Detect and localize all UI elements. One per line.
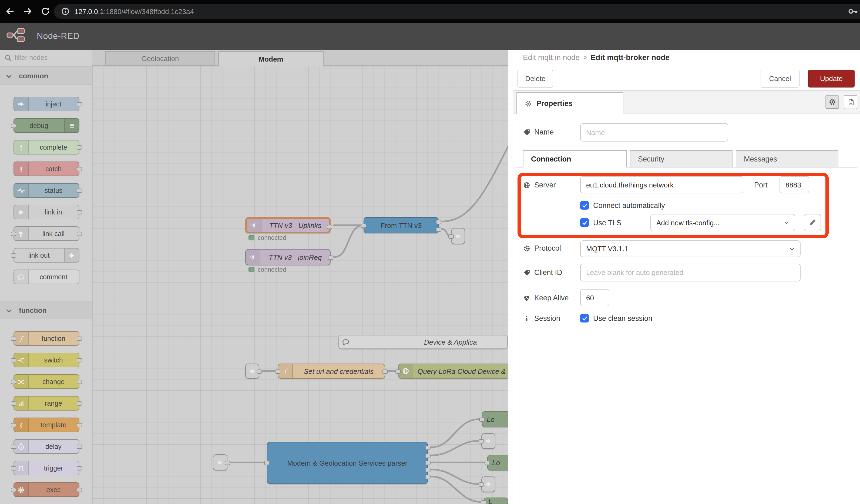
flow-node-set-url-and-credentials[interactable]: ƒSet url and credentials xyxy=(278,363,385,379)
tab-messages[interactable]: Messages xyxy=(736,150,838,168)
edit-tls-config-button[interactable] xyxy=(804,214,821,231)
input-port xyxy=(11,358,16,362)
flow-node-ttn-v3-uplinks[interactable]: TTN v3 - Uplinks xyxy=(245,217,331,233)
output-port xyxy=(76,380,82,384)
palette-node-trigger[interactable]: trigger xyxy=(13,461,79,475)
output-port xyxy=(225,461,230,465)
palette-node-switch[interactable]: switch xyxy=(13,353,79,367)
palette-node-status[interactable]: status xyxy=(13,183,79,198)
flow-node-link[interactable] xyxy=(481,476,496,492)
url-bar[interactable]: 127.0.0.1:1880/#flow/348ffbdd.1c23a4 xyxy=(54,4,860,19)
output-port xyxy=(425,446,431,450)
output-port xyxy=(76,336,82,341)
tls-config-select[interactable]: Add new tls-config... xyxy=(650,214,795,231)
back-icon[interactable] xyxy=(3,5,16,18)
nodered-header: Node-RED xyxy=(0,23,860,50)
palette-node-range[interactable]: range xyxy=(13,396,79,411)
flow-tabbar: Geolocation Modem xyxy=(92,50,508,66)
output-port xyxy=(76,466,82,471)
link-icon xyxy=(249,368,256,375)
link-icon xyxy=(14,205,28,219)
flow-node-lo[interactable]: Lo xyxy=(487,455,508,471)
input-port xyxy=(11,336,16,341)
node-status: connected xyxy=(248,266,286,273)
flow-node-link[interactable] xyxy=(451,228,465,244)
flow-node-link[interactable] xyxy=(213,454,227,471)
divider xyxy=(513,65,860,66)
status-dot-icon xyxy=(248,235,255,240)
server-input[interactable] xyxy=(580,176,743,193)
forward-icon[interactable] xyxy=(22,5,34,18)
session-label: i Session xyxy=(523,314,560,322)
palette-node-comment[interactable]: comment xyxy=(13,270,79,284)
input-port xyxy=(481,500,486,504)
flow-node-ttn-v3-joinreq[interactable]: TTN v3 - joinReq xyxy=(245,249,331,265)
comment-icon xyxy=(14,270,28,284)
tab-security[interactable]: Security xyxy=(630,150,732,168)
flow-node-comment[interactable]: Device & Applica xyxy=(338,335,508,349)
tag-icon xyxy=(523,128,530,136)
cancel-button[interactable]: Cancel xyxy=(761,70,800,87)
flow-node-modem-geolocation-services-parser[interactable]: Modem & Geolocation Services parser xyxy=(267,442,428,484)
tab-connection[interactable]: Connection xyxy=(523,150,627,168)
palette-section-common[interactable]: common xyxy=(0,67,92,85)
palette-node-link-in[interactable]: link in xyxy=(13,205,79,219)
flow-canvas[interactable]: TTN v3 - UplinksFrom TTN v3TTN v3 - join… xyxy=(92,66,508,504)
flow-node-query-lora-cloud-device[interactable]: Query LoRa Cloud Device & xyxy=(398,363,508,379)
panel-resize-gutter[interactable] xyxy=(508,50,513,504)
palette-node-link-out[interactable]: link out xyxy=(13,248,79,262)
keep-alive-input[interactable] xyxy=(580,289,610,306)
key-extension-icon[interactable] xyxy=(848,6,858,16)
connect-automatically-checkbox[interactable] xyxy=(580,201,589,210)
svg-text:i: i xyxy=(525,315,528,322)
reload-icon[interactable] xyxy=(39,5,52,18)
node-docs-button[interactable] xyxy=(844,95,857,109)
palette-node-function[interactable]: ƒfunction xyxy=(13,331,79,346)
input-port xyxy=(396,370,401,374)
client-id-input[interactable] xyxy=(580,264,801,282)
cog-icon xyxy=(14,483,28,496)
search-icon xyxy=(4,54,12,61)
breadcrumb-parent[interactable]: Edit mqtt in node xyxy=(523,53,579,61)
flow-node-from-ttn-v3[interactable]: From TTN v3 xyxy=(363,217,439,233)
palette-node-change[interactable]: change xyxy=(13,374,79,389)
gear-icon xyxy=(525,100,532,107)
flow-node-link[interactable] xyxy=(245,363,259,379)
site-info-icon[interactable] xyxy=(61,7,70,16)
palette-node-inject[interactable]: inject xyxy=(13,97,79,111)
port-input[interactable] xyxy=(779,176,809,193)
nodered-logo-icon xyxy=(6,28,31,45)
info-icon: i xyxy=(523,315,530,322)
link-icon xyxy=(485,481,492,488)
palette-node-delay[interactable]: delay xyxy=(13,439,79,454)
palette-node-link-call[interactable]: link call xyxy=(13,226,79,241)
update-button[interactable]: Update xyxy=(808,70,855,87)
flow-tab-geolocation[interactable]: Geolocation xyxy=(105,51,215,66)
node-settings-button[interactable] xyxy=(826,95,839,109)
flow-node-lo[interactable]: Lo xyxy=(482,411,508,427)
use-tls-checkbox[interactable] xyxy=(580,218,589,227)
input-port xyxy=(11,423,16,427)
palette-node-debug[interactable]: debug xyxy=(13,118,79,133)
palette-node-exec[interactable]: exec xyxy=(13,483,79,497)
palette-node-template[interactable]: {template xyxy=(13,418,79,432)
chevron-down-icon xyxy=(783,219,790,226)
input-port xyxy=(478,483,484,487)
flow-tab-modem[interactable]: Modem xyxy=(218,51,324,67)
clean-session-checkbox[interactable] xyxy=(580,314,589,322)
flow-node-l[interactable]: L xyxy=(484,498,508,504)
input-port xyxy=(478,439,484,444)
flow-node-link[interactable] xyxy=(481,433,496,449)
globe-icon xyxy=(399,364,413,378)
tab-properties[interactable]: Properties xyxy=(516,92,624,114)
name-input[interactable] xyxy=(580,123,728,142)
delete-button[interactable]: Delete xyxy=(517,70,553,87)
shuffle-icon xyxy=(14,375,28,388)
link-icon xyxy=(217,459,224,466)
protocol-select[interactable]: MQTT V3.1.1 xyxy=(580,240,801,257)
palette-node-complete[interactable]: complete xyxy=(13,140,79,155)
palette-section-function[interactable]: function xyxy=(0,301,92,319)
palette-filter[interactable]: filter nodes xyxy=(0,50,92,67)
brace-icon: { xyxy=(14,418,28,432)
palette-node-catch[interactable]: catch xyxy=(13,161,79,176)
